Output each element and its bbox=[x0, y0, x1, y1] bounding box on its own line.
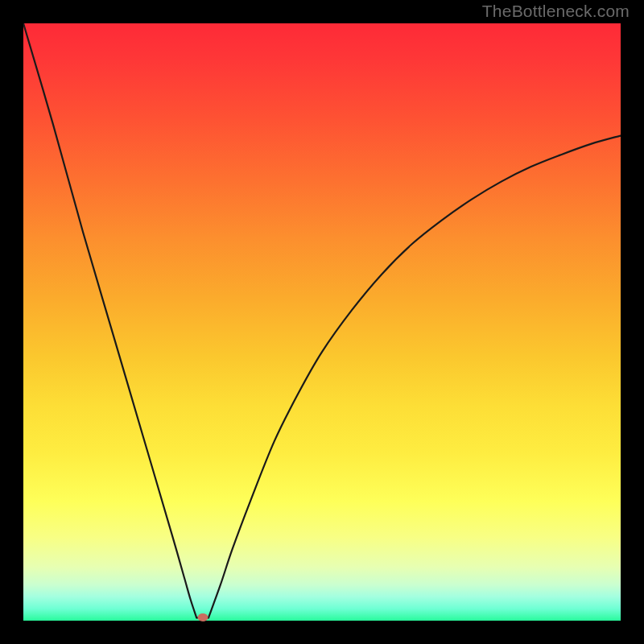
curve-left-branch bbox=[23, 23, 196, 617]
watermark-text: TheBottleneck.com bbox=[482, 2, 630, 21]
curve-right-branch bbox=[208, 136, 621, 618]
plot-area bbox=[23, 23, 621, 621]
bottleneck-curve bbox=[23, 23, 621, 621]
min-point-marker bbox=[197, 613, 208, 621]
chart-frame: TheBottleneck.com bbox=[0, 0, 644, 644]
